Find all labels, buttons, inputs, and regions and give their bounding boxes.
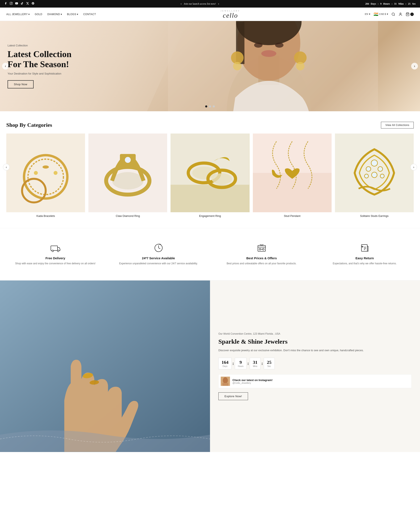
nav-blogs[interactable]: BLOGS ▾ bbox=[67, 13, 78, 16]
promo-mins-lbl: Mins bbox=[253, 365, 257, 367]
tiktok-icon[interactable] bbox=[21, 2, 24, 6]
twitter-x-icon[interactable] bbox=[26, 2, 29, 6]
promo-image-side bbox=[0, 280, 210, 452]
promo-content: Our World Convention Centre, 123 Miami F… bbox=[210, 280, 420, 452]
feature-title-0: Free Delivery bbox=[9, 256, 102, 260]
svg-rect-0 bbox=[10, 2, 12, 5]
category-name-0: Kada Bracelets bbox=[6, 214, 85, 218]
svg-rect-55 bbox=[361, 245, 367, 251]
instagram-label: Check our latest on Instagram! bbox=[232, 378, 409, 382]
view-all-collections-button[interactable]: View All Collections bbox=[381, 122, 414, 129]
promo-mins-box: 31 Mins bbox=[250, 358, 261, 369]
dropdown-arrow-blogs: ▾ bbox=[77, 13, 78, 16]
nav-diamond[interactable]: DIAMOND ▾ bbox=[47, 13, 62, 16]
svg-point-16 bbox=[261, 50, 276, 57]
currency-selector[interactable]: 🇮🇳 USD $ ▾ bbox=[374, 12, 388, 17]
svg-point-14 bbox=[254, 43, 262, 48]
svg-point-38 bbox=[211, 173, 232, 184]
dropdown-arrow-jewellery: ▾ bbox=[28, 13, 30, 16]
feature-free-delivery: Free Delivery Shop with ease and enjoy t… bbox=[6, 239, 104, 270]
site-logo[interactable]: Jewellery cello bbox=[220, 10, 240, 19]
search-button[interactable] bbox=[391, 12, 395, 16]
feature-desc-0: Shop with ease and enjoy the convenience… bbox=[9, 262, 102, 266]
return-icon bbox=[360, 243, 370, 253]
svg-point-25 bbox=[43, 166, 49, 169]
engagement-ring-illustration bbox=[171, 133, 249, 212]
indicator-3[interactable] bbox=[213, 105, 215, 107]
facebook-icon[interactable] bbox=[4, 2, 7, 6]
svg-rect-21 bbox=[6, 133, 85, 212]
india-flag-icon: 🇮🇳 bbox=[374, 12, 378, 17]
category-card-2[interactable]: Engagement Ring bbox=[171, 133, 249, 218]
service-icon bbox=[154, 243, 164, 253]
top-countdown: 284 Days : 9 Hours : 31 Mins : 25 Sec bbox=[365, 2, 416, 5]
svg-point-50 bbox=[57, 250, 59, 252]
promo-hand-svg bbox=[0, 280, 210, 452]
youtube-icon[interactable] bbox=[15, 2, 18, 6]
countdown-mins-lbl: Mins bbox=[398, 2, 404, 5]
countdown-mins-val: 31 bbox=[394, 2, 397, 5]
promo-hours-box: 9 Hours bbox=[235, 358, 247, 369]
ann-next-arrow[interactable]: › bbox=[218, 2, 219, 6]
category-name-3: Stud Pendant bbox=[253, 214, 332, 218]
svg-point-1 bbox=[11, 3, 12, 4]
category-image-3 bbox=[253, 133, 332, 212]
promo-section: Our World Convention Centre, 123 Miami F… bbox=[0, 280, 420, 452]
category-card-0[interactable]: Kada Bracelets bbox=[6, 133, 85, 218]
nav-contact[interactable]: CONTACT bbox=[83, 13, 96, 16]
user-icon bbox=[399, 12, 402, 16]
promo-days-box: 164 Days bbox=[219, 358, 232, 369]
category-card-1[interactable]: Claw Diamond Ring bbox=[88, 133, 167, 218]
instagram-promo[interactable]: Check our latest on Instagram! @Cello_Je… bbox=[219, 374, 411, 388]
category-card-4[interactable]: Solitaire Studs Earrings bbox=[335, 133, 414, 218]
categories-grid: ‹ Kada Bracelets bbox=[6, 133, 414, 218]
insta-thumb-img bbox=[221, 377, 230, 386]
currency-dropdown-arrow: ▾ bbox=[387, 13, 388, 16]
feature-title-1: 24*7 Service Available bbox=[112, 256, 205, 260]
svg-line-5 bbox=[394, 15, 394, 16]
instagram-icon[interactable] bbox=[10, 2, 13, 6]
delivery-icon bbox=[50, 243, 61, 253]
feature-desc-1: Experience unparalleled convenience with… bbox=[112, 262, 205, 266]
categories-next-button[interactable]: › bbox=[410, 164, 417, 170]
promo-sep3: : bbox=[262, 361, 263, 366]
countdown-days-lbl: Days bbox=[371, 2, 376, 5]
promo-desc: Discover exquisite jewelry at our exclus… bbox=[219, 348, 411, 353]
shop-now-button[interactable]: Shop Now bbox=[8, 80, 34, 88]
promo-countdown: 164 Days : 9 Hours : 31 Mins : 25 Sec bbox=[219, 358, 411, 369]
feature-title-3: Easy Return bbox=[318, 256, 411, 260]
promo-days-val: 164 bbox=[222, 360, 228, 365]
categories-title: Shop By Categories bbox=[6, 122, 52, 128]
svg-point-27 bbox=[34, 171, 38, 175]
instagram-handle: @Cello_Jewellery bbox=[232, 382, 409, 384]
promo-hours-val: 9 bbox=[238, 360, 244, 365]
ann-prev-arrow[interactable]: ‹ bbox=[181, 2, 182, 6]
svg-point-61 bbox=[223, 377, 228, 384]
indicator-1[interactable] bbox=[205, 105, 207, 107]
instagram-thumb bbox=[221, 377, 230, 386]
feature-best-prices: Best Prices & Offers Best prices and unb… bbox=[212, 239, 311, 270]
pinterest-icon[interactable] bbox=[32, 2, 35, 6]
account-button[interactable] bbox=[399, 12, 402, 16]
indicator-2[interactable] bbox=[209, 105, 211, 107]
logo-main: cello bbox=[223, 12, 238, 19]
explore-now-button[interactable]: Explore Now! bbox=[219, 392, 248, 400]
svg-rect-40 bbox=[253, 173, 332, 212]
language-selector[interactable]: EN ▾ bbox=[365, 13, 370, 16]
search-icon bbox=[391, 12, 395, 16]
categories-prev-button[interactable]: ‹ bbox=[3, 164, 10, 170]
category-card-3[interactable]: Stud Pendant bbox=[253, 133, 332, 218]
hero-model-area bbox=[168, 21, 378, 111]
categories-header: Shop By Categories View All Collections bbox=[6, 122, 414, 129]
svg-point-43 bbox=[366, 167, 371, 172]
category-image-4 bbox=[335, 133, 414, 212]
category-image-2 bbox=[171, 133, 249, 212]
hero-subtitle: Your Destination for Style and Sophistic… bbox=[8, 72, 75, 75]
nav-all-jewellery[interactable]: ALL JEWELLERY ▾ bbox=[6, 13, 30, 16]
nav-gold[interactable]: GOLD bbox=[35, 13, 42, 16]
hero-next-button[interactable]: › bbox=[411, 63, 418, 70]
category-image-1 bbox=[88, 133, 167, 212]
hero-model-svg bbox=[168, 21, 378, 111]
svg-point-26 bbox=[53, 171, 58, 175]
cart-button[interactable]: 1 bbox=[406, 12, 414, 16]
